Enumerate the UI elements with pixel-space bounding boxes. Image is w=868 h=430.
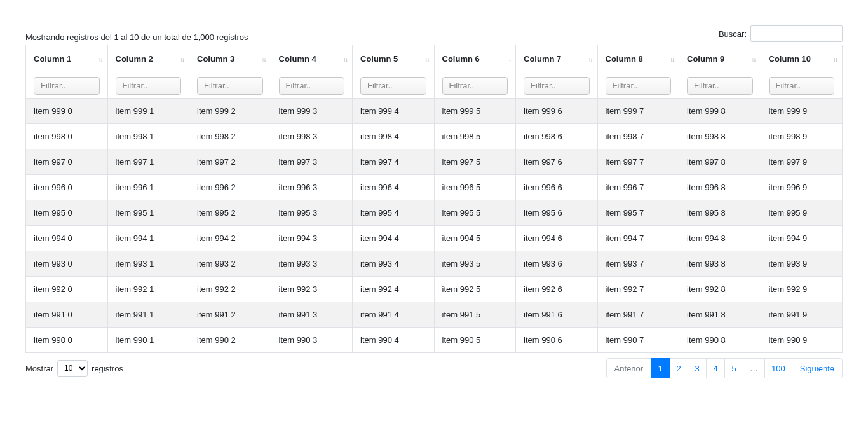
search-input[interactable]: [750, 25, 843, 42]
table-row: item 992 0item 992 1item 992 2item 992 3…: [26, 277, 843, 302]
column-header-label: Column 10: [769, 54, 811, 64]
pagination-page[interactable]: 5: [724, 358, 743, 378]
column-filter-input[interactable]: [442, 77, 508, 95]
pagination-next[interactable]: Siguiente: [792, 358, 843, 378]
table-cell: item 993 3: [271, 251, 353, 277]
table-cell: item 996 5: [434, 175, 516, 200]
table-cell: item 998 3: [271, 124, 353, 149]
table-cell: item 998 4: [353, 124, 435, 149]
pagination-page[interactable]: 4: [706, 358, 725, 378]
table-cell: item 997 6: [516, 149, 598, 175]
table-cell: item 992 7: [597, 277, 679, 302]
table-cell: item 992 4: [353, 277, 435, 302]
table-cell: item 999 6: [516, 99, 598, 124]
table-cell: item 996 6: [516, 175, 598, 200]
column-header-label: Column 8: [606, 54, 643, 64]
table-cell: item 993 4: [353, 251, 435, 277]
search-group: Buscar:: [719, 25, 843, 42]
table-cell: item 995 4: [353, 200, 435, 226]
table-cell: item 994 8: [679, 226, 761, 251]
table-cell: item 992 8: [679, 277, 761, 302]
page-length-select[interactable]: 10: [57, 360, 88, 377]
column-filter-input[interactable]: [606, 77, 672, 95]
table-cell: item 999 4: [353, 99, 435, 124]
column-filter-input[interactable]: [34, 77, 100, 95]
column-header[interactable]: Column 1↑↓: [26, 45, 108, 73]
table-cell: item 994 2: [189, 226, 271, 251]
column-header[interactable]: Column 8↑↓: [597, 45, 679, 73]
column-filter-input[interactable]: [197, 77, 263, 95]
filter-cell: [434, 73, 516, 99]
table-cell: item 998 6: [516, 124, 598, 149]
filter-cell: [679, 73, 761, 99]
table-cell: item 992 6: [516, 277, 598, 302]
table-cell: item 997 0: [26, 149, 108, 175]
column-header[interactable]: Column 4↑↓: [271, 45, 353, 73]
column-header-label: Column 4: [279, 54, 316, 64]
table-cell: item 990 3: [271, 328, 353, 353]
table-cell: item 993 0: [26, 251, 108, 277]
column-filter-input[interactable]: [116, 77, 182, 95]
table-cell: item 996 1: [107, 175, 189, 200]
table-row: item 996 0item 996 1item 996 2item 996 3…: [26, 175, 843, 200]
column-header[interactable]: Column 10↑↓: [761, 45, 843, 73]
filter-cell: [26, 73, 108, 99]
table-cell: item 992 3: [271, 277, 353, 302]
table-cell: item 992 5: [434, 277, 516, 302]
filter-cell: [761, 73, 843, 99]
filter-cell: [353, 73, 435, 99]
column-header-label: Column 5: [360, 54, 398, 64]
column-header-label: Column 2: [116, 54, 153, 64]
table-cell: item 995 1: [107, 200, 189, 226]
table-cell: item 999 2: [189, 99, 271, 124]
column-header-label: Column 7: [524, 54, 561, 64]
table-cell: item 990 4: [353, 328, 435, 353]
table-cell: item 990 0: [26, 328, 108, 353]
table-cell: item 991 4: [353, 302, 435, 328]
column-header[interactable]: Column 2↑↓: [107, 45, 189, 73]
table-row: item 995 0item 995 1item 995 2item 995 3…: [26, 200, 843, 226]
column-filter-input[interactable]: [524, 77, 590, 95]
table-cell: item 997 5: [434, 149, 516, 175]
table-cell: item 998 7: [597, 124, 679, 149]
column-header[interactable]: Column 7↑↓: [516, 45, 598, 73]
table-cell: item 998 0: [26, 124, 108, 149]
column-header-label: Column 1: [34, 54, 71, 64]
table-row: item 993 0item 993 1item 993 2item 993 3…: [26, 251, 843, 277]
table-cell: item 998 1: [107, 124, 189, 149]
pagination-page[interactable]: 100: [764, 358, 792, 378]
column-header[interactable]: Column 3↑↓: [189, 45, 271, 73]
column-filter-input[interactable]: [279, 77, 345, 95]
table-cell: item 999 5: [434, 99, 516, 124]
table-cell: item 997 2: [189, 149, 271, 175]
table-row: item 991 0item 991 1item 991 2item 991 3…: [26, 302, 843, 328]
column-header[interactable]: Column 5↑↓: [353, 45, 435, 73]
column-filter-input[interactable]: [687, 77, 753, 95]
table-cell: item 991 5: [434, 302, 516, 328]
table-cell: item 996 8: [679, 175, 761, 200]
column-header[interactable]: Column 6↑↓: [434, 45, 516, 73]
pagination-page[interactable]: 2: [669, 358, 688, 378]
sort-icon: ↑↓: [752, 55, 756, 62]
sort-icon: ↑↓: [262, 55, 266, 62]
column-filter-input[interactable]: [769, 77, 835, 95]
table-scroll[interactable]: Column 1↑↓Column 2↑↓Column 3↑↓Column 4↑↓…: [25, 45, 843, 353]
pagination-prev[interactable]: Anterior: [606, 358, 652, 378]
table-cell: item 992 2: [189, 277, 271, 302]
sort-icon: ↑↓: [98, 55, 102, 62]
table-cell: item 991 0: [26, 302, 108, 328]
table-cell: item 993 5: [434, 251, 516, 277]
sort-icon: ↑↓: [670, 55, 674, 62]
table-row: item 999 0item 999 1item 999 2item 999 3…: [26, 99, 843, 124]
table-cell: item 993 8: [679, 251, 761, 277]
pagination-page[interactable]: 3: [688, 358, 707, 378]
column-filter-input[interactable]: [360, 77, 426, 95]
length-group: Mostrar 10 registros: [25, 360, 123, 377]
table-cell: item 991 7: [597, 302, 679, 328]
column-header-label: Column 3: [197, 54, 234, 64]
pagination-page[interactable]: 1: [651, 358, 670, 378]
sort-icon: ↑↓: [588, 55, 592, 62]
table-cell: item 998 8: [679, 124, 761, 149]
filter-cell: [189, 73, 271, 99]
column-header[interactable]: Column 9↑↓: [679, 45, 761, 73]
